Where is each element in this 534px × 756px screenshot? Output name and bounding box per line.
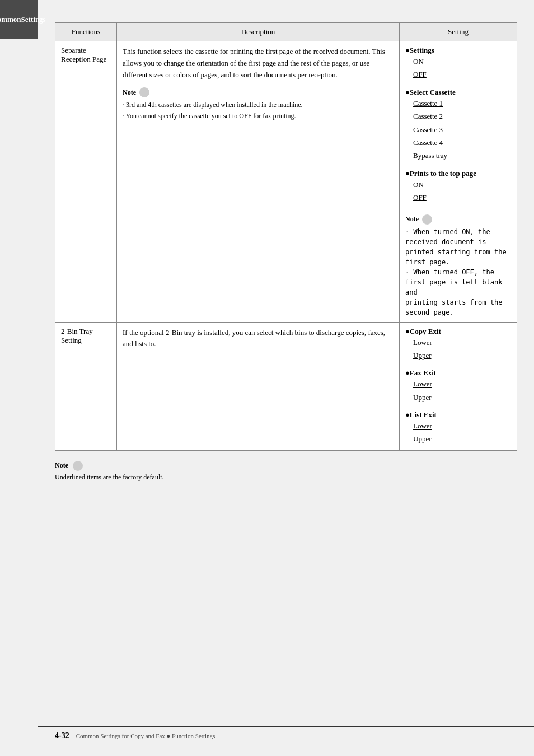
setting-block: Note· When turned ON, the received docum…	[405, 211, 511, 318]
description-note-item: · You cannot specify the cassette you se…	[123, 111, 394, 122]
footer-note-text: Underlined items are the factory default…	[55, 473, 517, 482]
setting-bullet-label: ●Fax Exit	[405, 368, 511, 377]
setting-note-detail: · When turned ON, the received document …	[405, 227, 511, 318]
description-note-item: · 3rd and 4th cassettes are displayed wh…	[123, 100, 394, 110]
setting-block: ●Prints to the top pageONOFF	[405, 169, 511, 204]
setting-block: ●List ExitLowerUpper	[405, 410, 511, 446]
setting-item: Upper	[405, 432, 511, 445]
setting-block: ●Fax ExitLowerUpper	[405, 368, 511, 404]
main-table: Functions Description Setting Separate R…	[55, 22, 517, 451]
description-note-box: Note	[123, 87, 149, 97]
setting-block: ●SettingsONOFF	[405, 46, 511, 81]
sidebar-tab: Common Settings	[0, 0, 38, 39]
main-content: Functions Description Setting Separate R…	[38, 0, 534, 756]
header-setting: Setting	[400, 23, 517, 41]
setting-note-label: Note	[405, 215, 419, 223]
setting-item: Upper	[405, 391, 511, 404]
setting-item: Cassette 2	[405, 110, 511, 123]
footer-note: Note Underlined items are the factory de…	[55, 461, 517, 482]
setting-bullet-label: ●Settings	[405, 46, 511, 55]
setting-bullet-label: ●Prints to the top page	[405, 169, 511, 178]
setting-item: Cassette 1	[405, 97, 511, 110]
cell-description: This function selects the cassette for p…	[117, 41, 400, 323]
page-footer: 4-32 Common Settings for Copy and Fax ● …	[38, 726, 534, 745]
table-row: Separate Reception PageThis function sel…	[55, 41, 517, 323]
setting-item: Cassette 4	[405, 136, 511, 149]
header-functions: Functions	[55, 23, 117, 41]
table-row: 2-Bin Tray SettingIf the optional 2-Bin …	[55, 322, 517, 450]
setting-item: Cassette 3	[405, 123, 511, 136]
setting-item: Bypass tray	[405, 149, 511, 162]
setting-block: ●Select CassetteCassette 1Cassette 2Cass…	[405, 88, 511, 162]
description-note-label: Note	[123, 88, 136, 97]
note-circle-icon	[422, 214, 432, 225]
page-number: 4-32	[55, 731, 69, 740]
sidebar-label2: Settings	[21, 15, 46, 25]
setting-item: Lower	[405, 419, 511, 432]
cell-setting: ●SettingsONOFF●Select CassetteCassette 1…	[400, 41, 517, 323]
setting-item: Upper	[405, 349, 511, 362]
note-circle-icon	[139, 87, 149, 97]
setting-item: Lower	[405, 377, 511, 390]
sidebar-label: Common	[0, 15, 21, 25]
description-main-text: If the optional 2-Bin tray is installed,…	[123, 327, 394, 351]
header-description: Description	[117, 23, 400, 41]
cell-function: 2-Bin Tray Setting	[55, 322, 117, 450]
setting-item: ON	[405, 55, 511, 68]
setting-block: ●Copy ExitLowerUpper	[405, 327, 511, 362]
setting-note-box: Note	[405, 214, 432, 225]
cell-setting: ●Copy ExitLowerUpper●Fax ExitLowerUpper●…	[400, 322, 517, 450]
setting-bullet-label: ●Copy Exit	[405, 327, 511, 336]
description-main-text: This function selects the cassette for p…	[123, 46, 394, 81]
setting-item: ON	[405, 178, 511, 191]
footer-note-label: Note	[55, 461, 68, 470]
cell-function: Separate Reception Page	[55, 41, 117, 323]
page-footer-description: Common Settings for Copy and Fax ● Funct…	[76, 732, 216, 739]
footer-note-circle	[73, 461, 83, 471]
setting-bullet-label: ●Select Cassette	[405, 88, 511, 97]
setting-item: OFF	[405, 191, 511, 204]
setting-item: Lower	[405, 336, 511, 349]
cell-description: If the optional 2-Bin tray is installed,…	[117, 322, 400, 450]
setting-bullet-label: ●List Exit	[405, 410, 511, 419]
setting-item: OFF	[405, 68, 511, 81]
